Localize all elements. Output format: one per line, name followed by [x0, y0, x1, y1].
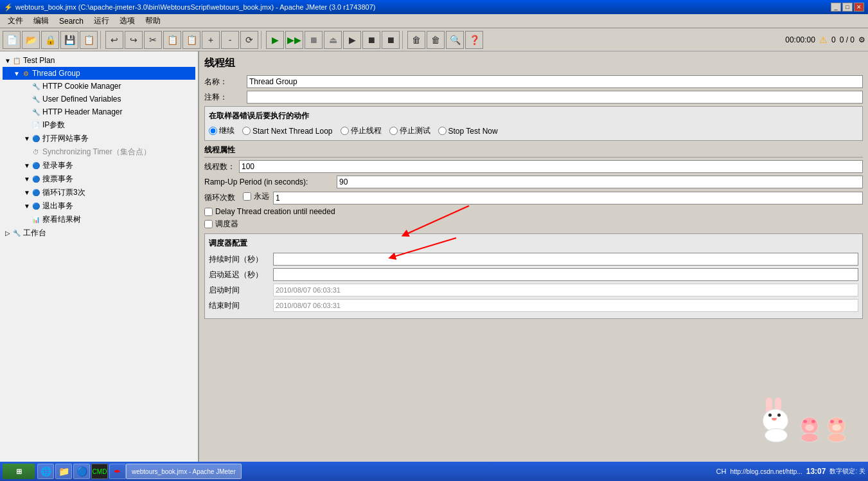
toggle-button[interactable]: ⟳ — [240, 31, 258, 49]
menu-options[interactable]: 选项 — [114, 14, 140, 28]
tree-item-workbench[interactable]: ▷ 🔧 工作台 — [3, 226, 195, 240]
stop-button[interactable]: ⏹ — [305, 31, 323, 49]
tree-item-cookie[interactable]: 🔧 HTTP Cookie Manager — [3, 80, 195, 93]
tree-item-result[interactable]: 📊 察看结果树 — [3, 213, 195, 226]
tree-item-testplan[interactable]: ▼ 📋 Test Plan — [3, 54, 195, 67]
forever-checkbox[interactable] — [243, 192, 251, 201]
name-input[interactable] — [247, 75, 863, 88]
taskbar-active-window[interactable]: webtours_book.jmx - Apache JMeter — [126, 464, 242, 479]
radio-next-thread-input[interactable] — [242, 127, 251, 135]
forever-checkbox-label[interactable]: 永远 — [243, 191, 269, 202]
redo-button[interactable]: ↪ — [125, 31, 143, 49]
remote-stop-button[interactable]: ⏹ — [362, 31, 380, 49]
taskbar-app-chrome[interactable]: 🔵 — [73, 464, 90, 479]
comment-input[interactable] — [247, 91, 863, 104]
expand-search: ▼ — [23, 176, 31, 183]
paste-button[interactable]: 📋 — [182, 31, 200, 49]
duration-row: 持续时间（秒） — [209, 253, 858, 266]
menu-bar: 文件 编辑 Search 运行 选项 帮助 — [0, 14, 868, 28]
loop-input[interactable] — [273, 192, 863, 204]
taskbar-app-ie[interactable]: 🌐 — [37, 464, 54, 479]
forever-label: 永远 — [254, 191, 269, 202]
start-button[interactable]: ⊞ — [3, 464, 35, 479]
expand-open-site: ▼ — [23, 135, 31, 142]
delay-thread-row[interactable]: Delay Thread creation until needed — [204, 207, 863, 216]
tree-item-login[interactable]: ▼ 🔵 登录事务 — [3, 159, 195, 172]
tree-label-logout: 退出事务 — [42, 201, 73, 212]
delay-thread-checkbox[interactable] — [204, 208, 213, 216]
clear-button[interactable]: 🗑 — [407, 31, 425, 49]
scheduler-checkbox[interactable] — [204, 220, 213, 228]
minimize-button[interactable]: _ — [831, 3, 841, 12]
radio-stop-test-now-input[interactable] — [438, 127, 447, 135]
radio-stop-thread[interactable]: 停止线程 — [341, 125, 382, 136]
save-file-button[interactable]: 💾 — [60, 31, 78, 49]
tree-item-threadgroup[interactable]: ▼ ⚙ Thread Group — [3, 67, 195, 80]
ramp-up-input[interactable] — [337, 176, 863, 188]
radio-stop-test[interactable]: 停止测试 — [389, 125, 430, 136]
menu-file[interactable]: 文件 — [3, 14, 28, 28]
run-button[interactable]: ▶ — [266, 31, 284, 49]
radio-next-thread[interactable]: Start Next Thread Loop — [242, 127, 333, 136]
clear-all-button[interactable]: 🗑 — [427, 31, 445, 49]
thread-props-section: 线程属性 线程数： Ramp-Up Period (in seconds): 循… — [204, 145, 863, 230]
radio-stop-thread-input[interactable] — [341, 127, 349, 135]
search-trans-icon: 🔵 — [31, 174, 41, 185]
tree-item-uservars[interactable]: 🔧 User Defined Variables — [3, 93, 195, 105]
tree-item-header[interactable]: 🔧 HTTP Header Manager — [3, 105, 195, 118]
undo-button[interactable]: ↩ — [105, 31, 123, 49]
menu-edit[interactable]: 编辑 — [28, 14, 54, 28]
startup-delay-input[interactable] — [273, 268, 858, 281]
menu-help[interactable]: 帮助 — [140, 14, 166, 28]
duration-input[interactable] — [273, 253, 858, 266]
workbench-icon: 🔧 — [12, 228, 22, 239]
settings-icon[interactable]: ⚙ — [858, 35, 865, 44]
logout-icon: 🔵 — [31, 201, 41, 212]
copy-button[interactable]: 📋 — [163, 31, 181, 49]
taskbar-app-folder[interactable]: 📁 — [55, 464, 72, 479]
save-button[interactable]: 🔒 — [41, 31, 59, 49]
tree-item-sync[interactable]: ⏱ Synchronizing Timer（集合点） — [3, 145, 195, 159]
revert-button[interactable]: 📋 — [80, 31, 98, 49]
search-tb-button[interactable]: 🔍 — [446, 31, 464, 49]
tree-item-logout[interactable]: ▼ 🔵 退出事务 — [3, 199, 195, 213]
loop-count-row: 循环次数 永远 — [204, 191, 863, 204]
new-button[interactable]: 📄 — [3, 31, 21, 49]
radio-stop-test-input[interactable] — [389, 127, 398, 135]
tree-item-ip[interactable]: 📄 IP参数 — [3, 118, 195, 132]
scheduler-label: 调度器 — [215, 219, 238, 230]
radio-continue[interactable]: 继续 — [209, 125, 235, 136]
menu-search[interactable]: Search — [54, 15, 89, 27]
toolbar-separator-2 — [261, 31, 263, 49]
collapse-button[interactable]: - — [221, 31, 239, 49]
expand-button[interactable]: + — [202, 31, 220, 49]
maximize-button[interactable]: □ — [842, 3, 853, 12]
ratio-display: 0 / 0 — [840, 35, 855, 44]
tree-item-search[interactable]: ▼ 🔵 搜票事务 — [3, 172, 195, 186]
taskbar-app-jmeter[interactable]: ✒ — [109, 464, 126, 479]
open-button[interactable]: 📂 — [22, 31, 40, 49]
radio-continue-input[interactable] — [209, 127, 217, 135]
run-no-pause-button[interactable]: ▶▶ — [285, 31, 303, 49]
shutdown-button[interactable]: ⏏ — [324, 31, 342, 49]
cut-button[interactable]: ✂ — [144, 31, 162, 49]
help-tb-button[interactable]: ❓ — [465, 31, 483, 49]
tree-label-open-site: 打开网站事务 — [42, 133, 89, 144]
duration-label: 持续时间（秒） — [209, 254, 273, 265]
warning-count: 0 — [831, 35, 836, 44]
window-icon: ⚡ — [4, 3, 13, 12]
remote-run-button[interactable]: ▶ — [343, 31, 361, 49]
result-icon: 📊 — [31, 215, 41, 225]
remote-stop-all-button[interactable]: ⏹ — [382, 31, 400, 49]
menu-run[interactable]: 运行 — [89, 14, 114, 28]
thread-count-input[interactable] — [239, 160, 863, 173]
radio-stop-test-now[interactable]: Stop Test Now — [438, 127, 498, 136]
ramp-up-row: Ramp-Up Period (in seconds): — [204, 176, 863, 188]
decoration-animals — [759, 397, 849, 442]
scheduler-row[interactable]: 调度器 — [204, 219, 863, 230]
taskbar-app-cmd[interactable]: CMD — [91, 464, 108, 479]
expand-loop-book: ▼ — [23, 189, 31, 196]
close-button[interactable]: ✕ — [854, 3, 864, 12]
tree-item-loop-book[interactable]: ▼ 🔵 循环订票3次 — [3, 186, 195, 199]
tree-item-open-site[interactable]: ▼ 🔵 打开网站事务 — [3, 132, 195, 145]
